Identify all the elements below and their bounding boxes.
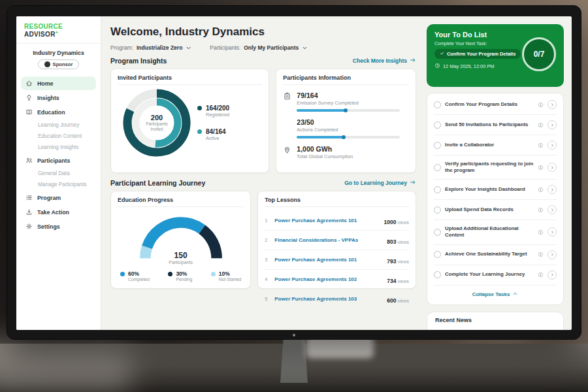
sidebar-item-take-action[interactable]: Take Action [21, 205, 96, 219]
monitor-logo-dot [293, 334, 295, 336]
collapse-label: Collapse Tasks [472, 291, 510, 297]
lesson-title-link[interactable]: Power Purchase Agreements 101 [274, 257, 382, 263]
go-to-learning-journey-link[interactable]: Go to Learning Journey [344, 179, 416, 187]
task-checkbox[interactable] [434, 142, 441, 149]
task-row[interactable]: Verify participants requesting to join t… [434, 155, 557, 180]
sponsor-badge[interactable]: Sponsor [38, 59, 80, 69]
todo-panel: Your To Do List Complete Your Next Task:… [424, 16, 572, 330]
card-title: Invited Participants [118, 74, 262, 85]
task-label: Invite a Collaborator [445, 142, 534, 148]
legend-label: Registered [206, 112, 229, 118]
info-icon[interactable] [538, 272, 544, 278]
info-icon[interactable] [538, 122, 544, 128]
info-icon[interactable] [538, 165, 544, 171]
task-row[interactable]: Explore Your Insights Dashboard [434, 180, 557, 200]
sidebar-item-participants[interactable]: Participants [21, 154, 96, 167]
progress-fill [297, 109, 346, 112]
lesson-title-link[interactable]: Power Purchase Agreements 102 [274, 276, 382, 282]
legend-item-completed: 60% Completed [120, 270, 150, 282]
sidebar-item-education-content[interactable]: Education Content [16, 131, 101, 142]
task-checkbox[interactable] [434, 251, 441, 258]
task-checkbox[interactable] [434, 101, 441, 108]
todo-progress-ring: 0/7 [522, 37, 556, 71]
info-icon[interactable] [538, 142, 544, 148]
info-row-global-consumption: 1,000 GWh Total Global Consumption [283, 145, 409, 159]
task-label: Complete Your Learning Journey [445, 271, 534, 278]
invited-participants-donut: 200 Participants Invited [123, 89, 191, 157]
task-checkbox[interactable] [434, 122, 441, 129]
task-checkbox[interactable] [434, 164, 441, 171]
sidebar-item-learning-journey[interactable]: Learning Journey [16, 120, 101, 131]
lesson-rank: 5 [265, 296, 270, 302]
clipboard-icon [283, 92, 291, 101]
sidebar-item-program[interactable]: Program [21, 191, 96, 204]
lesson-title-link[interactable]: Power Purchase Agreements 101 [274, 218, 379, 223]
sidebar-item-settings[interactable]: Settings [21, 220, 96, 233]
info-icon[interactable] [538, 229, 544, 235]
lesson-row[interactable]: 1 Power Purchase Agreements 101 1000view… [265, 211, 409, 231]
filters-row: Program: Industrialize Zero Participants… [110, 44, 416, 51]
lesson-row[interactable]: 4 Power Purchase Agreements 102 734views [265, 270, 409, 289]
sidebar-item-learning-insights[interactable]: Learning Insights [16, 142, 101, 153]
chevron-right-icon[interactable] [547, 227, 557, 237]
legend-label: Completed [128, 277, 150, 282]
collapse-tasks-link[interactable]: Collapse Tasks [434, 286, 557, 303]
lesson-row[interactable]: 5 Power Purchase Agreements 103 600views [265, 289, 409, 308]
chevron-right-icon[interactable] [547, 250, 557, 259]
info-icon[interactable] [538, 102, 544, 108]
lesson-row[interactable]: 2 Financial Considerations - VPPAs 803vi… [265, 231, 409, 250]
program-filter-dropdown[interactable]: Program: Industrialize Zero [110, 44, 191, 51]
legend-dot-registered [197, 106, 202, 110]
task-row[interactable]: Upload Spend Data Records [434, 200, 557, 220]
task-row[interactable]: Send 50 Invitations to Participants [434, 115, 557, 135]
program-insights-section-head: Program Insights Check More Insights [110, 57, 416, 65]
chevron-down-icon [302, 45, 308, 51]
lesson-title-link[interactable]: Financial Considerations - VPPAs [274, 237, 382, 243]
task-label: Verify participants requesting to join t… [445, 161, 534, 174]
sidebar-item-general-data[interactable]: General Data [16, 168, 101, 179]
section-title-learning-journey: Participant Learning Journey [110, 179, 205, 187]
task-row[interactable]: Confirm Your Program Details [434, 95, 557, 115]
lesson-views-suffix: views [397, 220, 409, 225]
chevron-right-icon[interactable] [547, 270, 557, 280]
participants-filter-dropdown[interactable]: Participants: Only My Participants [210, 44, 308, 51]
chevron-right-icon[interactable] [547, 140, 557, 150]
legend-value: 84/164 [206, 128, 226, 135]
lesson-rank: 4 [265, 276, 270, 282]
card-title: Participants Information [283, 74, 409, 85]
check-more-insights-link[interactable]: Check More Insights [353, 57, 416, 65]
lesson-title-link[interactable]: Power Purchase Agreements 103 [274, 296, 382, 302]
task-checkbox[interactable] [434, 186, 441, 193]
chevron-right-icon[interactable] [547, 163, 557, 172]
card-title: Education Progress [118, 197, 244, 207]
sidebar-item-home[interactable]: Home [21, 76, 96, 90]
chevron-right-icon[interactable] [547, 185, 557, 194]
chevron-right-icon[interactable] [547, 205, 557, 214]
task-checkbox[interactable] [434, 206, 441, 214]
lesson-row[interactable]: 3 Power Purchase Agreements 101 793views [265, 250, 409, 270]
sidebar-item-insights[interactable]: Insights [21, 91, 96, 105]
sidebar-item-manage-participants[interactable]: Manage Participants [16, 179, 101, 190]
task-row[interactable]: Complete Your Learning Journey [434, 265, 557, 286]
legend-label: Pending [176, 277, 192, 282]
next-task-pill[interactable]: Confirm Your Program Details [434, 49, 521, 59]
program-filter-label: Program: [110, 44, 133, 51]
task-row[interactable]: Invite a Collaborator [434, 135, 557, 155]
sidebar-item-education[interactable]: Education [21, 105, 96, 119]
chevron-right-icon[interactable] [547, 100, 557, 109]
info-icon[interactable] [538, 187, 544, 193]
sidebar-item-label: Home [37, 80, 53, 87]
lesson-views-suffix: views [397, 240, 409, 244]
datetime-label: 12 May 2025, 12:00 PM [443, 63, 494, 69]
settings-icon [25, 223, 33, 230]
sidebar-item-label: Take Action [37, 209, 69, 216]
task-checkbox[interactable] [434, 229, 441, 236]
actions-completed-progress-bar [297, 136, 400, 139]
task-checkbox[interactable] [434, 271, 441, 278]
info-icon[interactable] [538, 252, 544, 257]
info-icon[interactable] [538, 207, 544, 213]
todo-card: Your To Do List Complete Your Next Task:… [427, 24, 564, 87]
task-row[interactable]: Achieve One Sustainability Target [434, 245, 557, 265]
task-row[interactable]: Upload Additional Educational Content [434, 220, 557, 244]
chevron-right-icon[interactable] [547, 120, 557, 129]
